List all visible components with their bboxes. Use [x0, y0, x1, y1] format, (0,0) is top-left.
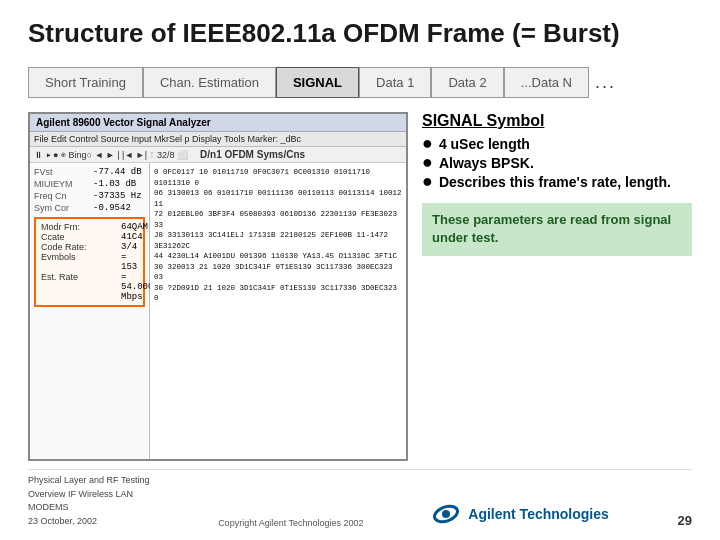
segment-data-n[interactable]: ...Data N — [504, 67, 589, 98]
screen-menubar: File Edit Control Source Input MkrSel p … — [30, 132, 406, 147]
miuieym-value: -1.03 dB — [93, 179, 136, 189]
sym-cor-label: Sym Cor — [34, 203, 89, 213]
footer: Physical Layer and RF Testing Overview I… — [28, 469, 692, 528]
info-panel: SIGNAL Symbol ● 4 uSec length ● Always B… — [422, 112, 692, 461]
est-rate-row: Est. Rate = 54.000 Mbps — [41, 272, 138, 302]
frame-bar: Short Training Chan. Estimation SIGNAL D… — [28, 67, 692, 98]
bullet-item-0: ● 4 uSec length — [422, 136, 692, 152]
footer-line-1: Overview IF Wireless LAN — [28, 488, 149, 502]
evmbols-label: Evmbols — [41, 252, 111, 272]
ccate-value: 41C4 — [121, 232, 143, 242]
evmbols-row: Evmbols = 153 — [41, 252, 138, 272]
screen-body: FVst -77.44 dB MIUIEYM -1.03 dB Freq Cn … — [30, 163, 406, 459]
freq-cn-label: Freq Cn — [34, 191, 89, 201]
est-rate-value: = 54.000 Mbps — [121, 272, 153, 302]
miuieym-label: MIUIEYM — [34, 179, 89, 189]
fvst-field: FVst -77.44 dB — [34, 167, 145, 177]
bullet-dot-1: ● — [422, 153, 433, 171]
sym-cor-value: -0.9542 — [93, 203, 131, 213]
footer-left: Physical Layer and RF Testing Overview I… — [28, 474, 149, 528]
params-box: These parameters are read from signal un… — [422, 203, 692, 255]
svg-point-1 — [442, 510, 450, 518]
slide-page: Structure of IEEE802.11a OFDM Frame (= B… — [0, 0, 720, 540]
frame-dots: ... — [589, 72, 622, 93]
screenshot-mock: Agilent 89600 Vector Signal Analyzer Fil… — [28, 112, 408, 461]
data-line-3: J8 33130113 3C141ELJ 17131B 22180125 2EF… — [154, 230, 402, 251]
content-area: Agilent 89600 Vector Signal Analyzer Fil… — [28, 112, 692, 461]
freq-cn-field: Freq Cn -37335 Hz — [34, 191, 145, 201]
signal-bullet-list: ● 4 uSec length ● Always BPSK. ● Describ… — [422, 136, 692, 190]
bullet-dot-0: ● — [422, 134, 433, 152]
footer-copyright: Copyright Agilent Technologies 2002 — [218, 518, 363, 528]
data-line-6: 30 ?2D091D 21 1020 3D1C341F 0T1ES139 3C1… — [154, 283, 402, 304]
modr-frm-label: Modr Frn: — [41, 222, 111, 232]
code-rate-label: Code Rate: — [41, 242, 111, 252]
est-rate-label: Est. Rate — [41, 272, 111, 302]
segment-data2[interactable]: Data 2 — [431, 67, 503, 98]
fvst-label: FVst — [34, 167, 89, 177]
fvst-value: -77.44 dB — [93, 167, 142, 177]
segment-chan-estimation[interactable]: Chan. Estimation — [143, 67, 276, 98]
data-line-0: 0 0FC0117 10 01011710 0F0C3071 0C001310 … — [154, 167, 402, 188]
screen-toolbar: ⏸ ▶ ● ◉ Bing○ ◄ ► | |◄ ►| ⁞ 32/8 ⬜ D/n1 … — [30, 147, 406, 163]
agilent-logo-icon — [432, 500, 460, 528]
footer-page-number: 29 — [678, 513, 692, 528]
signal-symbol-title: SIGNAL Symbol — [422, 112, 692, 130]
data-line-4: 44 4230L14 A1001DU 001396 110130 YA13.45… — [154, 251, 402, 262]
ccate-label: Ccate — [41, 232, 111, 242]
screen-left-panel: FVst -77.44 dB MIUIEYM -1.03 dB Freq Cn … — [30, 163, 150, 459]
sym-cor-field: Sym Cor -0.9542 — [34, 203, 145, 213]
segment-signal[interactable]: SIGNAL — [276, 67, 359, 98]
signal-symbol-box: SIGNAL Symbol ● 4 uSec length ● Always B… — [422, 112, 692, 193]
modr-frm-row: Modr Frn: 64QAM — [41, 222, 138, 232]
bullet-item-1: ● Always BPSK. — [422, 155, 692, 171]
bullet-item-2: ● Describes this frame's rate, length. — [422, 174, 692, 190]
code-rate-value: 3/4 — [121, 242, 137, 252]
freq-cn-value: -37335 Hz — [93, 191, 142, 201]
segment-data1[interactable]: Data 1 — [359, 67, 431, 98]
bullet-text-0: 4 uSec length — [439, 136, 530, 152]
footer-logo-text: Agilent Technologies — [468, 506, 609, 522]
slide-title: Structure of IEEE802.11a OFDM Frame (= B… — [28, 18, 692, 49]
footer-logo-main: Agilent Technologies — [468, 506, 609, 522]
screen-titlebar: Agilent 89600 Vector Signal Analyzer — [30, 114, 406, 132]
data-line-5: 30 320013 21 1020 3D1C34lF 0T1ES139 3C11… — [154, 262, 402, 283]
data-line-2: 72 012EBL06 3BF3F4 05080393 0610D136 223… — [154, 209, 402, 230]
segment-short-training[interactable]: Short Training — [28, 67, 143, 98]
screen-highlight-box: Modr Frn: 64QAM Ccate 41C4 Code Rate: 3/… — [34, 217, 145, 307]
data-line-1: 06 3130013 06 01011710 00111136 00110113… — [154, 188, 402, 209]
bullet-text-1: Always BPSK. — [439, 155, 534, 171]
evmbols-value: = 153 — [121, 252, 138, 272]
modr-frm-value: 64QAM — [121, 222, 148, 232]
toolbar-controls: ⏸ ▶ ● ◉ Bing○ ◄ ► | |◄ ►| ⁞ 32/8 ⬜ — [34, 150, 188, 160]
ccate-row: Ccate 41C4 — [41, 232, 138, 242]
footer-line-2: MODEMS — [28, 501, 149, 515]
waveform-label: D/n1 OFDM Syms/Cns — [200, 149, 305, 160]
miuieym-field: MIUIEYM -1.03 dB — [34, 179, 145, 189]
screen-data-panel: 0 0FC0117 10 01011710 0F0C3071 0C001310 … — [150, 163, 406, 459]
bullet-dot-2: ● — [422, 172, 433, 190]
code-rate-row: Code Rate: 3/4 — [41, 242, 138, 252]
footer-logo-area: Agilent Technologies — [432, 500, 609, 528]
bullet-text-2: Describes this frame's rate, length. — [439, 174, 671, 190]
footer-line-3: 23 October, 2002 — [28, 515, 149, 529]
footer-line-0: Physical Layer and RF Testing — [28, 474, 149, 488]
screen-data-rows: 0 0FC0117 10 01011710 0F0C3071 0C001310 … — [154, 167, 402, 304]
